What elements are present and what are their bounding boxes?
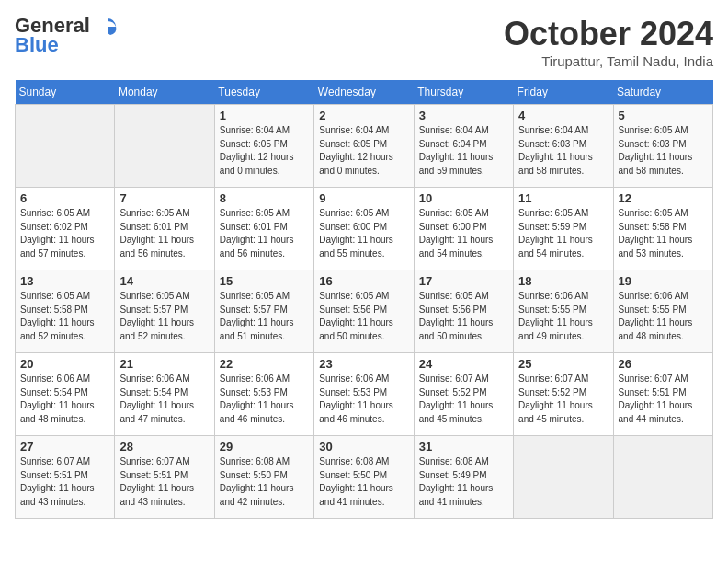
- day-cell: 12Sunrise: 6:05 AM Sunset: 5:58 PM Dayli…: [613, 188, 712, 270]
- day-info: Sunrise: 6:05 AM Sunset: 5:59 PM Dayligh…: [518, 207, 608, 260]
- day-cell: 27Sunrise: 6:07 AM Sunset: 5:51 PM Dayli…: [16, 436, 115, 519]
- header-friday: Friday: [514, 80, 613, 105]
- day-cell: 2Sunrise: 6:04 AM Sunset: 6:05 PM Daylig…: [314, 105, 414, 188]
- day-info: Sunrise: 6:05 AM Sunset: 5:57 PM Dayligh…: [220, 290, 309, 343]
- day-info: Sunrise: 6:06 AM Sunset: 5:55 PM Dayligh…: [518, 290, 608, 343]
- day-number: 29: [220, 440, 309, 454]
- day-info: Sunrise: 6:04 AM Sunset: 6:05 PM Dayligh…: [319, 124, 408, 178]
- day-info: Sunrise: 6:07 AM Sunset: 5:52 PM Dayligh…: [518, 373, 608, 426]
- header-thursday: Thursday: [414, 80, 513, 105]
- day-info: Sunrise: 6:05 AM Sunset: 5:56 PM Dayligh…: [419, 290, 508, 343]
- day-cell: 4Sunrise: 6:04 AM Sunset: 6:03 PM Daylig…: [514, 105, 613, 188]
- day-number: 7: [119, 191, 209, 205]
- day-cell: 6Sunrise: 6:05 AM Sunset: 6:02 PM Daylig…: [16, 188, 115, 270]
- day-cell: [514, 436, 613, 519]
- header-monday: Monday: [115, 80, 214, 105]
- day-cell: 15Sunrise: 6:05 AM Sunset: 5:57 PM Dayli…: [214, 270, 313, 353]
- day-number: 20: [20, 357, 109, 371]
- day-cell: 17Sunrise: 6:05 AM Sunset: 5:56 PM Dayli…: [414, 270, 513, 353]
- day-number: 2: [319, 109, 408, 122]
- day-cell: 29Sunrise: 6:08 AM Sunset: 5:50 PM Dayli…: [214, 436, 313, 519]
- day-info: Sunrise: 6:07 AM Sunset: 5:51 PM Dayligh…: [20, 455, 109, 509]
- day-info: Sunrise: 6:05 AM Sunset: 5:57 PM Dayligh…: [119, 290, 209, 343]
- day-number: 13: [20, 274, 109, 288]
- day-cell: 7Sunrise: 6:05 AM Sunset: 6:01 PM Daylig…: [115, 188, 214, 270]
- day-info: Sunrise: 6:05 AM Sunset: 6:01 PM Dayligh…: [220, 207, 309, 260]
- day-cell: 8Sunrise: 6:05 AM Sunset: 6:01 PM Daylig…: [214, 188, 313, 270]
- day-number: 8: [220, 191, 309, 205]
- day-cell: 9Sunrise: 6:05 AM Sunset: 6:00 PM Daylig…: [314, 188, 414, 270]
- day-cell: 31Sunrise: 6:08 AM Sunset: 5:49 PM Dayli…: [414, 436, 513, 519]
- day-number: 14: [119, 274, 209, 288]
- day-info: Sunrise: 6:05 AM Sunset: 5:56 PM Dayligh…: [319, 290, 408, 343]
- week-row-2: 6Sunrise: 6:05 AM Sunset: 6:02 PM Daylig…: [16, 188, 713, 270]
- logo: General Blue: [15, 15, 119, 55]
- day-number: 16: [319, 274, 408, 288]
- day-info: Sunrise: 6:06 AM Sunset: 5:54 PM Dayligh…: [20, 373, 109, 426]
- day-info: Sunrise: 6:06 AM Sunset: 5:54 PM Dayligh…: [119, 373, 209, 426]
- day-number: 27: [20, 440, 109, 454]
- day-number: 31: [419, 440, 508, 454]
- day-number: 26: [619, 357, 708, 371]
- day-info: Sunrise: 6:08 AM Sunset: 5:50 PM Dayligh…: [220, 455, 309, 509]
- day-cell: 25Sunrise: 6:07 AM Sunset: 5:52 PM Dayli…: [514, 353, 613, 436]
- day-info: Sunrise: 6:07 AM Sunset: 5:51 PM Dayligh…: [119, 455, 209, 509]
- month-title: October 2024: [504, 15, 713, 53]
- header-saturday: Saturday: [613, 80, 712, 105]
- day-cell: 5Sunrise: 6:05 AM Sunset: 6:03 PM Daylig…: [613, 105, 712, 188]
- day-cell: [115, 105, 214, 188]
- location: Tirupattur, Tamil Nadu, India: [504, 53, 713, 69]
- day-cell: 16Sunrise: 6:05 AM Sunset: 5:56 PM Dayli…: [314, 270, 414, 353]
- day-number: 17: [419, 274, 508, 288]
- header-tuesday: Tuesday: [214, 80, 313, 105]
- week-row-5: 27Sunrise: 6:07 AM Sunset: 5:51 PM Dayli…: [16, 436, 713, 519]
- day-cell: 30Sunrise: 6:08 AM Sunset: 5:50 PM Dayli…: [314, 436, 414, 519]
- day-number: 6: [20, 191, 109, 205]
- header-wednesday: Wednesday: [314, 80, 414, 105]
- day-number: 9: [319, 191, 408, 205]
- day-number: 22: [220, 357, 309, 371]
- day-cell: 21Sunrise: 6:06 AM Sunset: 5:54 PM Dayli…: [115, 353, 214, 436]
- day-info: Sunrise: 6:05 AM Sunset: 6:00 PM Dayligh…: [419, 207, 508, 260]
- day-info: Sunrise: 6:05 AM Sunset: 6:00 PM Dayligh…: [319, 207, 408, 260]
- day-cell: 1Sunrise: 6:04 AM Sunset: 6:05 PM Daylig…: [214, 105, 313, 188]
- day-number: 18: [518, 274, 608, 288]
- week-row-3: 13Sunrise: 6:05 AM Sunset: 5:58 PM Dayli…: [16, 270, 713, 353]
- day-number: 23: [319, 357, 408, 371]
- day-info: Sunrise: 6:05 AM Sunset: 5:58 PM Dayligh…: [619, 207, 708, 260]
- day-cell: 24Sunrise: 6:07 AM Sunset: 5:52 PM Dayli…: [414, 353, 513, 436]
- day-info: Sunrise: 6:04 AM Sunset: 6:04 PM Dayligh…: [419, 124, 508, 178]
- day-info: Sunrise: 6:05 AM Sunset: 6:02 PM Dayligh…: [20, 207, 109, 260]
- logo-blue: Blue: [15, 35, 119, 55]
- day-number: 21: [119, 357, 209, 371]
- day-cell: 11Sunrise: 6:05 AM Sunset: 5:59 PM Dayli…: [514, 188, 613, 270]
- day-number: 25: [518, 357, 608, 371]
- day-number: 30: [319, 440, 408, 454]
- day-cell: 20Sunrise: 6:06 AM Sunset: 5:54 PM Dayli…: [16, 353, 115, 436]
- day-info: Sunrise: 6:05 AM Sunset: 6:01 PM Dayligh…: [119, 207, 209, 260]
- day-cell: 26Sunrise: 6:07 AM Sunset: 5:51 PM Dayli…: [613, 353, 712, 436]
- day-number: 10: [419, 191, 508, 205]
- day-info: Sunrise: 6:05 AM Sunset: 5:58 PM Dayligh…: [20, 290, 109, 343]
- day-info: Sunrise: 6:06 AM Sunset: 5:53 PM Dayligh…: [220, 373, 309, 426]
- day-info: Sunrise: 6:07 AM Sunset: 5:52 PM Dayligh…: [419, 373, 508, 426]
- day-cell: 10Sunrise: 6:05 AM Sunset: 6:00 PM Dayli…: [414, 188, 513, 270]
- day-cell: 28Sunrise: 6:07 AM Sunset: 5:51 PM Dayli…: [115, 436, 214, 519]
- day-cell: 19Sunrise: 6:06 AM Sunset: 5:55 PM Dayli…: [613, 270, 712, 353]
- day-info: Sunrise: 6:06 AM Sunset: 5:55 PM Dayligh…: [619, 290, 708, 343]
- day-number: 4: [518, 109, 608, 122]
- calendar-header-row: SundayMondayTuesdayWednesdayThursdayFrid…: [16, 80, 713, 105]
- day-number: 5: [619, 109, 708, 122]
- day-cell: [613, 436, 712, 519]
- day-cell: [16, 105, 115, 188]
- day-cell: 18Sunrise: 6:06 AM Sunset: 5:55 PM Dayli…: [514, 270, 613, 353]
- title-block: October 2024 Tirupattur, Tamil Nadu, Ind…: [504, 15, 713, 69]
- day-info: Sunrise: 6:04 AM Sunset: 6:03 PM Dayligh…: [518, 124, 608, 178]
- week-row-4: 20Sunrise: 6:06 AM Sunset: 5:54 PM Dayli…: [16, 353, 713, 436]
- day-cell: 22Sunrise: 6:06 AM Sunset: 5:53 PM Dayli…: [214, 353, 313, 436]
- day-cell: 13Sunrise: 6:05 AM Sunset: 5:58 PM Dayli…: [16, 270, 115, 353]
- day-number: 3: [419, 109, 508, 122]
- page-header: General Blue October 2024 Tirupattur, Ta…: [15, 15, 713, 69]
- header-sunday: Sunday: [16, 80, 115, 105]
- day-number: 19: [619, 274, 708, 288]
